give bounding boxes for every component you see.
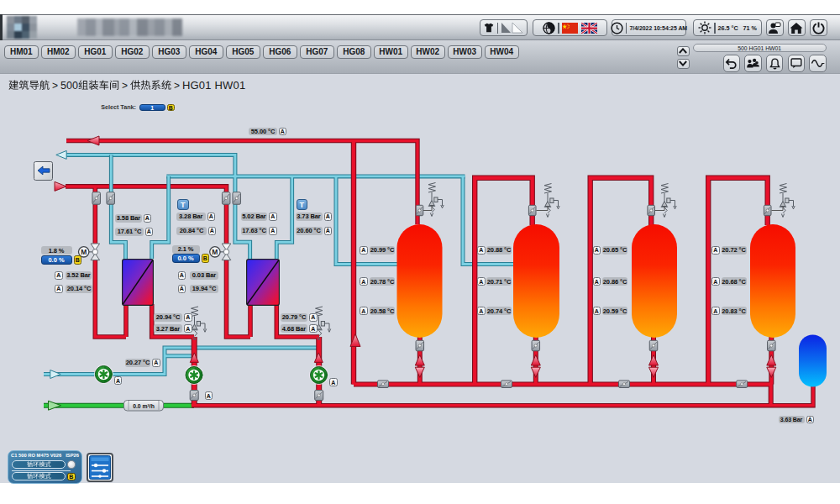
svg-text:M: M xyxy=(81,248,87,256)
svg-text:M: M xyxy=(212,248,218,256)
svg-text:0.0 m³/h: 0.0 m³/h xyxy=(133,403,155,409)
